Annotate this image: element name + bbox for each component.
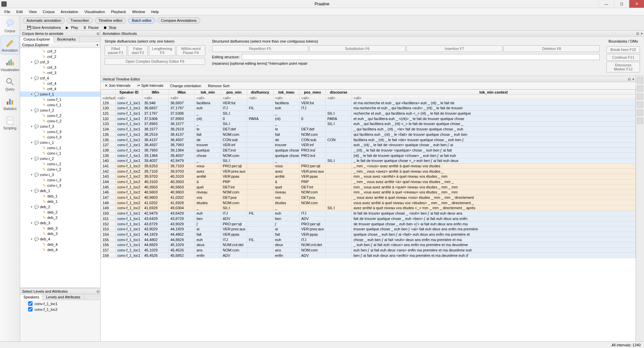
nav-statistics[interactable]: Statistics xyxy=(1,94,19,113)
tree-item-label[interactable]: deb_1 xyxy=(47,194,58,198)
table-row[interactable]: 158conv-f_1_loc145,452645,6852enfinADVen… xyxy=(101,253,636,258)
column-header[interactable]: tok_min xyxy=(195,90,221,95)
table-row[interactable]: 144conv-f_1_loc240,310340,3503àPRPàPRP_ … xyxy=(101,179,636,184)
tree-item-label[interactable]: deb_4 xyxy=(40,237,50,241)
tree-caret[interactable]: ▾ xyxy=(31,109,34,112)
menu-view[interactable]: View xyxy=(26,9,40,14)
save-button[interactable]: 💾Save Annotations xyxy=(27,25,61,30)
table-row[interactable]: 135conv-f_1_loc138,251938,4137faitNOM:co… xyxy=(101,132,636,137)
change-orientation-button[interactable]: Change orientation xyxy=(170,84,201,88)
tree-item-label[interactable]: deb_3 xyxy=(47,226,58,230)
tool-icon[interactable] xyxy=(637,77,643,83)
tree-caret[interactable]: ▾ xyxy=(31,141,34,144)
table-row[interactable]: 140conv-f_1_loc139,403742,9479_SIL:l_SIL… xyxy=(101,158,636,163)
table-row[interactable]: 157conv-f_1_loc145,102945,4526ansNOM:com… xyxy=(101,247,636,253)
tree-item-label[interactable]: deb_4 xyxy=(47,248,58,252)
tree-item-label[interactable]: cnf_4 xyxy=(47,81,56,85)
column-header[interactable]: tMin xyxy=(143,90,169,95)
tree-caret[interactable]: ▾ xyxy=(31,125,34,128)
table-row[interactable]: 136conv-f_1_loc138,413738,4937deCON:subd… xyxy=(101,137,636,142)
tree-item-label[interactable]: conv-f_2 xyxy=(47,119,61,123)
tree-item-label[interactable]: cnf_3 xyxy=(47,71,56,75)
table-row[interactable]: 153conv-f_1_loc143,902944,1829aiVER:pres… xyxy=(101,226,636,232)
column-filter[interactable]: <all> xyxy=(143,95,169,101)
tree-caret[interactable]: ▾ xyxy=(31,189,34,192)
column-header[interactable]: tMax xyxy=(169,90,195,95)
shortcut-button[interactable]: Substitution F6 xyxy=(309,45,406,52)
tab-bookmarks[interactable]: Bookmarks xyxy=(54,37,79,42)
table-row[interactable]: 154conv-f_1_loc144,182944,4802faitVER:pp… xyxy=(101,232,636,237)
tree-caret[interactable]: ▾ xyxy=(31,157,34,160)
table-row[interactable]: 137conv-f_1_loc138,493738,7993trouverVER… xyxy=(101,142,636,148)
menu-playback[interactable]: Playback xyxy=(108,9,129,14)
menu-visualisation[interactable]: Visualisation xyxy=(81,9,108,14)
tree-item-label[interactable]: conv-i_1 xyxy=(47,151,61,155)
close-button[interactable]: ✕ xyxy=(629,0,644,8)
table-row[interactable]: 151conv-f_1_loc143,642943,8729benADVbenA… xyxy=(101,216,636,221)
tool-icon[interactable] xyxy=(637,102,643,108)
join-intervals-button[interactable]: ✕ Join Intervals xyxy=(105,83,130,88)
column-header[interactable]: pos_mwu xyxy=(300,90,326,95)
tree-item-label[interactable]: conv-i_3 xyxy=(47,178,61,182)
tree-item-label[interactable]: conv-i_2 xyxy=(40,157,54,161)
pill-timeline-editor[interactable]: Timeline editor xyxy=(95,17,126,23)
editing-structure-input[interactable] xyxy=(242,54,600,60)
shortcut-button[interactable]: Discourse Marker F12 xyxy=(606,62,640,72)
tree-item-label[interactable]: conv-f_2 xyxy=(40,108,54,112)
tree-caret[interactable]: ▾ xyxy=(31,221,34,225)
table-row[interactable]: 152conv-f_1_loc143,872943,9029j'PRO:per:… xyxy=(101,221,636,227)
table-row[interactable]: 133conv-f_1_loc137,899338,1577_SIL:l_SIL… xyxy=(101,121,636,127)
tree-item-label[interactable]: conv-f_2 xyxy=(47,114,61,118)
column-filter[interactable]: <all> xyxy=(352,95,636,101)
tool-icon[interactable] xyxy=(637,85,643,92)
menu-annotation[interactable]: Annotation xyxy=(58,9,82,14)
shortcut-button[interactable]: Break here F10 xyxy=(606,46,640,53)
timeline-table[interactable]: Speaker IDtMintMaxtok_minpos_mindisfluen… xyxy=(101,90,636,258)
shortcut-button[interactable]: Lengthening F3 xyxy=(149,45,175,56)
tree-item-label[interactable]: conv-f_1 xyxy=(47,103,61,107)
tree-item-label[interactable]: deb_1 xyxy=(47,199,58,204)
tree-item-label[interactable]: deb_3 xyxy=(47,232,58,236)
table-row[interactable]: 129conv-f_1_loc135,94836,6837faciliteraV… xyxy=(101,100,636,106)
menu-file[interactable]: File xyxy=(1,9,13,14)
nav-scripting[interactable]: Scripting xyxy=(1,113,19,132)
nav-visualisation[interactable]: Visualisation xyxy=(1,55,19,74)
table-row[interactable]: 138conv-f_1_loc138,799339,1384quelqueDET… xyxy=(101,148,636,153)
nav-query[interactable]: Query xyxy=(1,74,19,93)
tree-caret[interactable]: ▾ xyxy=(31,93,34,96)
tree-item-label[interactable]: cnf_2 xyxy=(47,49,56,53)
shortcut-button[interactable]: False start F2 xyxy=(128,45,148,56)
column-header[interactable]: disfluency xyxy=(247,90,273,95)
tree-item-label[interactable]: cnf_4 xyxy=(47,87,56,91)
column-filter[interactable]: <all> xyxy=(300,95,326,101)
column-header[interactable]: tok_min context xyxy=(352,90,636,95)
column-filter[interactable]: <all> xyxy=(326,95,352,101)
tree-item-label[interactable]: deb_1 xyxy=(40,189,50,193)
tree-item-label[interactable]: conv-f_1 xyxy=(47,98,61,102)
tool-icon[interactable] xyxy=(637,110,643,116)
column-filter[interactable]: <all> xyxy=(169,95,195,101)
column-header[interactable]: tok_mwu xyxy=(273,90,300,95)
column-filter[interactable]: <all> xyxy=(116,95,143,101)
tree-caret[interactable]: ▾ xyxy=(31,237,34,241)
tree-caret[interactable]: ▾ xyxy=(31,76,34,80)
tree-caret[interactable]: ▾ xyxy=(31,173,34,176)
table-row[interactable]: 155conv-f_1_loc144,480244,8829euhITJFILe… xyxy=(101,237,636,242)
shortcut-button[interactable]: Insertion F7 xyxy=(407,45,503,52)
undock-icon[interactable]: ◱ xyxy=(97,32,99,35)
tree-item-label[interactable]: conv-i_3 xyxy=(47,183,61,187)
tree-item-label[interactable]: conv-i_1 xyxy=(47,146,61,150)
remove-sort-button[interactable]: Remove Sort xyxy=(208,84,229,88)
shortcut-button[interactable]: Filled pause F1 xyxy=(105,45,127,56)
table-row[interactable]: 149conv-f_1_loc241,692849,0304_SIL:l_SIL… xyxy=(101,206,636,211)
play-button[interactable]: ▶Play xyxy=(66,25,78,30)
table-row[interactable]: 132conv-f_1_loc137,530637,8993(rit)0PARA… xyxy=(101,116,636,121)
tree-item-label[interactable]: conv-i_2 xyxy=(47,167,61,171)
column-filter[interactable]: <all> xyxy=(247,95,273,101)
column-header[interactable]: Speaker ID xyxy=(116,90,143,95)
tool-icon[interactable] xyxy=(637,94,643,100)
table-row[interactable]: 156conv-f_1_loc144,882945,1029deuxNUM:cr… xyxy=(101,242,636,247)
pill-automatic-annotation[interactable]: Automatic annotation xyxy=(23,17,65,23)
table-row[interactable]: 130conv-f_1_loc136,683737,1797euhITJFILe… xyxy=(101,106,636,111)
tree-item-label[interactable]: conv-i_1 xyxy=(40,140,54,144)
